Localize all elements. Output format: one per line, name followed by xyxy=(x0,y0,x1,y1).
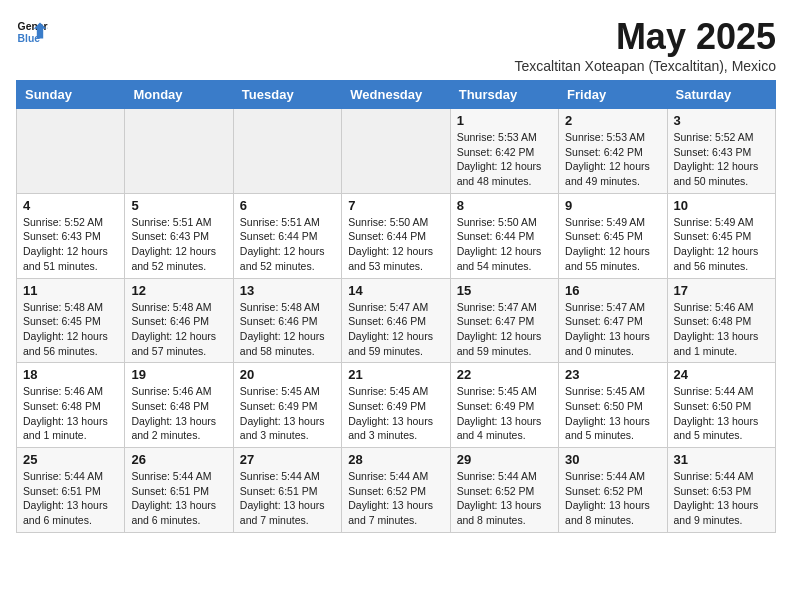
calendar-cell: 18Sunrise: 5:46 AM Sunset: 6:48 PM Dayli… xyxy=(17,363,125,448)
day-content: Sunrise: 5:52 AM Sunset: 6:43 PM Dayligh… xyxy=(23,215,118,274)
day-number: 25 xyxy=(23,452,118,467)
day-content: Sunrise: 5:44 AM Sunset: 6:52 PM Dayligh… xyxy=(457,469,552,528)
day-content: Sunrise: 5:44 AM Sunset: 6:51 PM Dayligh… xyxy=(23,469,118,528)
weekday-header: Tuesday xyxy=(233,81,341,109)
weekday-header: Thursday xyxy=(450,81,558,109)
day-number: 13 xyxy=(240,283,335,298)
day-content: Sunrise: 5:46 AM Sunset: 6:48 PM Dayligh… xyxy=(674,300,769,359)
day-number: 27 xyxy=(240,452,335,467)
day-content: Sunrise: 5:45 AM Sunset: 6:49 PM Dayligh… xyxy=(348,384,443,443)
calendar-cell xyxy=(342,109,450,194)
calendar-cell: 5Sunrise: 5:51 AM Sunset: 6:43 PM Daylig… xyxy=(125,193,233,278)
logo: General Blue xyxy=(16,16,48,48)
calendar-cell: 9Sunrise: 5:49 AM Sunset: 6:45 PM Daylig… xyxy=(559,193,667,278)
day-content: Sunrise: 5:48 AM Sunset: 6:46 PM Dayligh… xyxy=(240,300,335,359)
day-number: 29 xyxy=(457,452,552,467)
day-content: Sunrise: 5:45 AM Sunset: 6:49 PM Dayligh… xyxy=(457,384,552,443)
day-number: 7 xyxy=(348,198,443,213)
calendar-cell xyxy=(17,109,125,194)
calendar-cell: 22Sunrise: 5:45 AM Sunset: 6:49 PM Dayli… xyxy=(450,363,558,448)
day-number: 4 xyxy=(23,198,118,213)
day-content: Sunrise: 5:49 AM Sunset: 6:45 PM Dayligh… xyxy=(674,215,769,274)
day-content: Sunrise: 5:47 AM Sunset: 6:46 PM Dayligh… xyxy=(348,300,443,359)
calendar-cell: 16Sunrise: 5:47 AM Sunset: 6:47 PM Dayli… xyxy=(559,278,667,363)
calendar-cell: 30Sunrise: 5:44 AM Sunset: 6:52 PM Dayli… xyxy=(559,448,667,533)
calendar-cell: 11Sunrise: 5:48 AM Sunset: 6:45 PM Dayli… xyxy=(17,278,125,363)
calendar-cell: 4Sunrise: 5:52 AM Sunset: 6:43 PM Daylig… xyxy=(17,193,125,278)
day-content: Sunrise: 5:45 AM Sunset: 6:49 PM Dayligh… xyxy=(240,384,335,443)
day-number: 28 xyxy=(348,452,443,467)
calendar-cell: 12Sunrise: 5:48 AM Sunset: 6:46 PM Dayli… xyxy=(125,278,233,363)
weekday-header: Sunday xyxy=(17,81,125,109)
day-number: 17 xyxy=(674,283,769,298)
month-title: May 2025 xyxy=(515,16,776,58)
day-number: 26 xyxy=(131,452,226,467)
calendar-cell xyxy=(233,109,341,194)
calendar-cell: 27Sunrise: 5:44 AM Sunset: 6:51 PM Dayli… xyxy=(233,448,341,533)
day-content: Sunrise: 5:48 AM Sunset: 6:45 PM Dayligh… xyxy=(23,300,118,359)
day-number: 22 xyxy=(457,367,552,382)
day-content: Sunrise: 5:44 AM Sunset: 6:51 PM Dayligh… xyxy=(240,469,335,528)
calendar-cell: 25Sunrise: 5:44 AM Sunset: 6:51 PM Dayli… xyxy=(17,448,125,533)
calendar-cell: 2Sunrise: 5:53 AM Sunset: 6:42 PM Daylig… xyxy=(559,109,667,194)
calendar-cell: 31Sunrise: 5:44 AM Sunset: 6:53 PM Dayli… xyxy=(667,448,775,533)
weekday-header: Wednesday xyxy=(342,81,450,109)
day-number: 16 xyxy=(565,283,660,298)
title-area: May 2025 Texcaltitan Xoteapan (Texcaltit… xyxy=(515,16,776,74)
calendar-cell: 26Sunrise: 5:44 AM Sunset: 6:51 PM Dayli… xyxy=(125,448,233,533)
calendar-cell xyxy=(125,109,233,194)
day-content: Sunrise: 5:44 AM Sunset: 6:52 PM Dayligh… xyxy=(565,469,660,528)
day-number: 12 xyxy=(131,283,226,298)
day-content: Sunrise: 5:48 AM Sunset: 6:46 PM Dayligh… xyxy=(131,300,226,359)
calendar-week-row: 4Sunrise: 5:52 AM Sunset: 6:43 PM Daylig… xyxy=(17,193,776,278)
calendar-cell: 19Sunrise: 5:46 AM Sunset: 6:48 PM Dayli… xyxy=(125,363,233,448)
calendar-cell: 6Sunrise: 5:51 AM Sunset: 6:44 PM Daylig… xyxy=(233,193,341,278)
calendar-cell: 8Sunrise: 5:50 AM Sunset: 6:44 PM Daylig… xyxy=(450,193,558,278)
day-content: Sunrise: 5:44 AM Sunset: 6:50 PM Dayligh… xyxy=(674,384,769,443)
calendar-table: SundayMondayTuesdayWednesdayThursdayFrid… xyxy=(16,80,776,533)
calendar-cell: 29Sunrise: 5:44 AM Sunset: 6:52 PM Dayli… xyxy=(450,448,558,533)
calendar-cell: 13Sunrise: 5:48 AM Sunset: 6:46 PM Dayli… xyxy=(233,278,341,363)
day-number: 9 xyxy=(565,198,660,213)
day-number: 10 xyxy=(674,198,769,213)
day-content: Sunrise: 5:51 AM Sunset: 6:44 PM Dayligh… xyxy=(240,215,335,274)
day-content: Sunrise: 5:47 AM Sunset: 6:47 PM Dayligh… xyxy=(565,300,660,359)
day-number: 6 xyxy=(240,198,335,213)
calendar-cell: 24Sunrise: 5:44 AM Sunset: 6:50 PM Dayli… xyxy=(667,363,775,448)
logo-icon: General Blue xyxy=(16,16,48,48)
weekday-header: Friday xyxy=(559,81,667,109)
day-content: Sunrise: 5:44 AM Sunset: 6:51 PM Dayligh… xyxy=(131,469,226,528)
day-number: 14 xyxy=(348,283,443,298)
day-number: 8 xyxy=(457,198,552,213)
day-content: Sunrise: 5:53 AM Sunset: 6:42 PM Dayligh… xyxy=(565,130,660,189)
day-content: Sunrise: 5:50 AM Sunset: 6:44 PM Dayligh… xyxy=(348,215,443,274)
weekday-header: Saturday xyxy=(667,81,775,109)
day-number: 21 xyxy=(348,367,443,382)
day-content: Sunrise: 5:44 AM Sunset: 6:53 PM Dayligh… xyxy=(674,469,769,528)
calendar-cell: 21Sunrise: 5:45 AM Sunset: 6:49 PM Dayli… xyxy=(342,363,450,448)
day-number: 20 xyxy=(240,367,335,382)
calendar-cell: 10Sunrise: 5:49 AM Sunset: 6:45 PM Dayli… xyxy=(667,193,775,278)
calendar-week-row: 11Sunrise: 5:48 AM Sunset: 6:45 PM Dayli… xyxy=(17,278,776,363)
day-number: 11 xyxy=(23,283,118,298)
calendar-cell: 15Sunrise: 5:47 AM Sunset: 6:47 PM Dayli… xyxy=(450,278,558,363)
calendar-week-row: 25Sunrise: 5:44 AM Sunset: 6:51 PM Dayli… xyxy=(17,448,776,533)
day-content: Sunrise: 5:49 AM Sunset: 6:45 PM Dayligh… xyxy=(565,215,660,274)
day-number: 5 xyxy=(131,198,226,213)
day-content: Sunrise: 5:44 AM Sunset: 6:52 PM Dayligh… xyxy=(348,469,443,528)
day-number: 2 xyxy=(565,113,660,128)
calendar-cell: 1Sunrise: 5:53 AM Sunset: 6:42 PM Daylig… xyxy=(450,109,558,194)
calendar-cell: 23Sunrise: 5:45 AM Sunset: 6:50 PM Dayli… xyxy=(559,363,667,448)
location-title: Texcaltitan Xoteapan (Texcaltitan), Mexi… xyxy=(515,58,776,74)
weekday-header: Monday xyxy=(125,81,233,109)
calendar-cell: 7Sunrise: 5:50 AM Sunset: 6:44 PM Daylig… xyxy=(342,193,450,278)
day-content: Sunrise: 5:46 AM Sunset: 6:48 PM Dayligh… xyxy=(131,384,226,443)
day-number: 1 xyxy=(457,113,552,128)
calendar-cell: 20Sunrise: 5:45 AM Sunset: 6:49 PM Dayli… xyxy=(233,363,341,448)
day-number: 3 xyxy=(674,113,769,128)
calendar-cell: 17Sunrise: 5:46 AM Sunset: 6:48 PM Dayli… xyxy=(667,278,775,363)
day-number: 31 xyxy=(674,452,769,467)
calendar-cell: 14Sunrise: 5:47 AM Sunset: 6:46 PM Dayli… xyxy=(342,278,450,363)
day-number: 24 xyxy=(674,367,769,382)
day-content: Sunrise: 5:51 AM Sunset: 6:43 PM Dayligh… xyxy=(131,215,226,274)
